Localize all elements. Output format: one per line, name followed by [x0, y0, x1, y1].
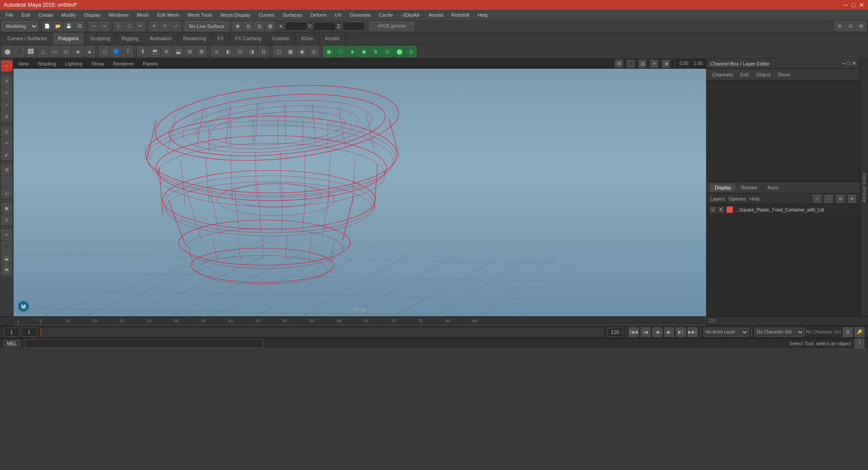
layers-new-btn[interactable]: + [813, 195, 821, 203]
soft-select[interactable]: ◎ [1, 126, 12, 136]
play-forward-button[interactable]: ▶ [664, 327, 674, 337]
menu-create[interactable]: Create [35, 11, 57, 19]
character-set-dropdown[interactable]: No Character Set [755, 328, 804, 337]
shape-prism[interactable]: ◈ [72, 46, 83, 57]
vp-light-btn[interactable]: ☀ [650, 60, 658, 68]
skip-to-end-button[interactable]: ▶▶| [688, 327, 698, 337]
save-button[interactable]: 💾 [64, 21, 74, 31]
menu-curves[interactable]: Curves [255, 11, 278, 19]
current-frame-input[interactable] [21, 328, 37, 337]
menu-edit[interactable]: Edit [18, 11, 34, 19]
tab-fx[interactable]: FX [212, 33, 230, 44]
connect-tool[interactable]: ⬛ [1, 241, 12, 252]
layer-v-checkbox[interactable]: V [710, 207, 716, 212]
shrink-select[interactable]: ◎ [308, 46, 319, 57]
snap-grid[interactable]: ⊞ [1, 164, 12, 175]
sculpt-btn[interactable]: ✏ [1, 137, 12, 148]
grow-select[interactable]: ◉ [297, 46, 307, 57]
timeline-scrub[interactable] [41, 328, 604, 337]
layer-p-checkbox[interactable]: P [718, 207, 724, 212]
viewport-menu-renderer[interactable]: Renderer [110, 60, 137, 67]
tab-rendering[interactable]: Rendering [178, 33, 212, 44]
select-tool[interactable]: ◇ [113, 21, 123, 31]
shape-cylinder[interactable]: 🅾 [25, 46, 36, 57]
menu-edit-mesh[interactable]: Edit Mesh [154, 11, 183, 19]
paint-btn[interactable]: 🖌 [1, 149, 12, 160]
open-button[interactable]: 📂 [53, 21, 63, 31]
show-render[interactable]: ▦ [265, 21, 275, 31]
tab-animation[interactable]: Animation [144, 33, 178, 44]
green-btn-8[interactable]: ◎ [406, 46, 416, 57]
shelf-btn-2[interactable]: ⊟ [845, 21, 855, 31]
scale-tool[interactable]: ⤢ [171, 21, 181, 31]
offset-loop-btn[interactable]: ⊠ [196, 46, 207, 57]
anim-layer-dropdown[interactable]: No Anim Layer [703, 328, 749, 337]
bridge-btn[interactable]: ⬒ [149, 46, 160, 57]
z-input[interactable] [342, 22, 365, 31]
gamma-btn[interactable]: sRGB gamma [369, 21, 414, 31]
panel-close[interactable]: ✕ [852, 61, 856, 66]
tab-custom[interactable]: Custom [267, 33, 296, 44]
collapse-btn[interactable]: ⊟ [258, 46, 269, 57]
green-btn-6[interactable]: ⊙ [382, 46, 393, 57]
select-constraint[interactable]: ◫ [273, 46, 284, 57]
menu-deform[interactable]: Deform [307, 11, 330, 19]
channel-tab-edit[interactable]: Edit [738, 71, 750, 78]
layers-tab-layers[interactable]: Layers [710, 196, 725, 202]
x-input[interactable] [285, 22, 307, 31]
new-scene-button[interactable]: 📄 [42, 21, 52, 31]
select-lasso[interactable]: ⬡ [124, 21, 134, 31]
layers-options-btn[interactable]: ⚙ [836, 195, 844, 203]
menu-cache[interactable]: Cache [375, 11, 397, 19]
menu-mesh-tools[interactable]: Mesh Tools [184, 11, 216, 19]
shape-subdiv[interactable]: ⬡ [99, 46, 110, 57]
green-btn-2[interactable]: ⬡ [335, 46, 346, 57]
viewport-menu-lighting[interactable]: Lighting [62, 60, 85, 67]
vp-wire-btn[interactable]: ⊞ [615, 60, 623, 68]
tab-xgen[interactable]: XGen [295, 33, 319, 44]
green-btn-3[interactable]: ◈ [347, 46, 358, 57]
start-frame-input[interactable] [4, 328, 19, 337]
channel-tab-object[interactable]: Object [754, 71, 772, 78]
shape-pyramid[interactable]: ▲ [84, 46, 95, 57]
shape-cone[interactable]: △ [37, 46, 48, 57]
command-line-input[interactable] [24, 339, 264, 348]
redo-button[interactable]: ↪ [99, 21, 109, 31]
paint-select[interactable]: ✏ [135, 21, 145, 31]
green-btn-7[interactable]: ⬤ [394, 46, 405, 57]
menu-surfaces[interactable]: Surfaces [279, 11, 306, 19]
save-scene-button[interactable]: 🖫 [75, 21, 85, 31]
shape-type[interactable]: T [123, 46, 133, 57]
tab-fx-caching[interactable]: FX Caching [230, 33, 267, 44]
rotate-tool[interactable]: ↻ [160, 21, 170, 31]
step-forward-button[interactable]: ▶| [676, 327, 686, 337]
attribute-editor-side-tab[interactable]: Attribute Editor [860, 59, 868, 316]
tab-rigging[interactable]: Rigging [116, 33, 144, 44]
play-back-button[interactable]: ◀ [652, 327, 662, 337]
shelf-btn-3[interactable]: ⊠ [856, 21, 866, 31]
menu-display[interactable]: Display [80, 11, 104, 19]
display-tab-render[interactable]: Render [736, 183, 762, 192]
tab-sculpting[interactable]: Sculpting [85, 33, 116, 44]
snap-curve[interactable]: ⌒ [1, 176, 12, 187]
skip-to-start-button[interactable]: |◀◀ [629, 327, 639, 337]
tab-curves-surfaces[interactable]: Curves / Surfaces [2, 33, 52, 44]
panel-maximize[interactable]: □ [847, 61, 850, 66]
timeline-ruler[interactable]: 1 5 10 15 20 25 30 35 40 45 50 55 60 65 … [14, 317, 706, 326]
snap-point[interactable]: ⊡ [1, 188, 12, 198]
shape-nurbs[interactable]: 🔵 [111, 46, 122, 57]
vp-shadow-btn[interactable]: ◑ [662, 60, 670, 68]
bevel-btn[interactable]: ⬓ [173, 46, 184, 57]
menu-generate[interactable]: Generate [346, 11, 374, 19]
universal-tool[interactable]: ⊕ [1, 111, 12, 122]
mel-python-toggle[interactable]: MEL [4, 340, 20, 347]
menu-help[interactable]: Help [474, 11, 491, 19]
menu-uv[interactable]: UV [331, 11, 345, 19]
green-btn-4[interactable]: ◉ [359, 46, 369, 57]
shape-sphere[interactable]: ⬤ [2, 46, 13, 57]
vp-shade-btn[interactable]: ⬛ [627, 60, 635, 68]
viewport-menu-shading[interactable]: Shading [35, 60, 59, 67]
display-tab-display[interactable]: Display [710, 183, 736, 192]
menu-windows[interactable]: Windows [105, 11, 132, 19]
viewport-menu-panels[interactable]: Panels [140, 60, 161, 67]
